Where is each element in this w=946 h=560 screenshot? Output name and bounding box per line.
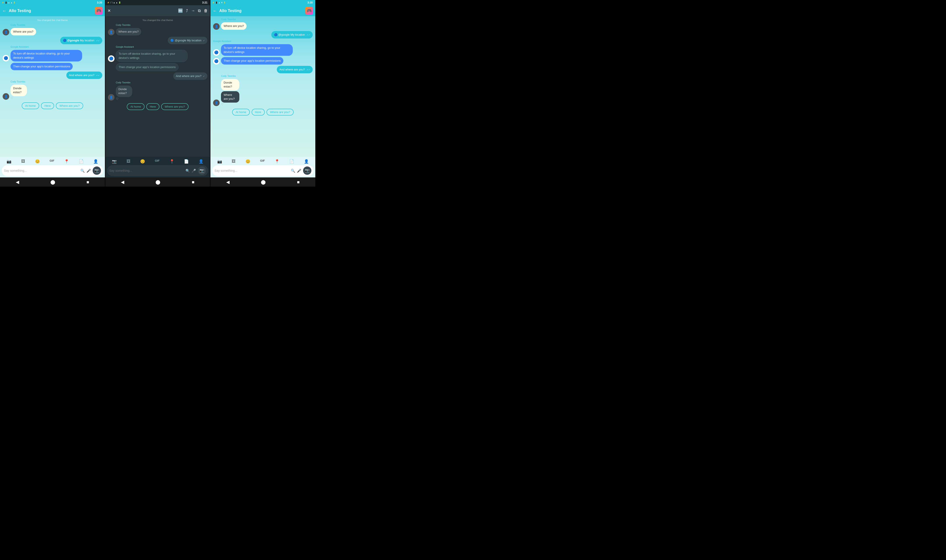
image-icon-3[interactable]: 🖼 — [231, 159, 236, 164]
location-icon-3[interactable]: 📍 — [275, 159, 279, 164]
send-button-2[interactable]: 📷 — [198, 166, 206, 175]
camera-icon-1[interactable]: 📷 — [6, 159, 11, 164]
input-icons-2: 📷 🖼 😊 GIF 📍 📄 👤 — [107, 158, 208, 165]
image-icon-2[interactable]: 🖼 — [127, 159, 131, 164]
bubble-sent-2: And where are you? ✓✓ — [66, 72, 102, 79]
sender-cody-p3-2: Cody Toombs — [221, 75, 313, 77]
nav-back-2[interactable]: ◀ — [121, 179, 124, 185]
msg-row-sent-2: And where are you? ✓✓ — [3, 72, 102, 79]
vibrate-icon-2: 📳 — [110, 2, 113, 4]
mic-icon-2[interactable]: 🎤 — [191, 169, 196, 173]
contact-icon-3[interactable]: 👤 — [304, 159, 309, 164]
mic-icon-3[interactable]: 🎤 — [297, 169, 301, 173]
text-input-3[interactable] — [215, 169, 289, 172]
gif-icon-1[interactable]: GIF — [49, 159, 54, 164]
chip-here-3[interactable]: Here — [252, 109, 265, 115]
nav-back-1[interactable]: ◀ — [16, 179, 19, 185]
share-icon-2[interactable]: ⤴ — [186, 9, 188, 13]
delete-icon-2[interactable]: 🗑 — [204, 9, 208, 13]
emoji-search-icon-1[interactable]: 🔍 — [80, 169, 85, 173]
file-icon-1[interactable]: 📄 — [79, 159, 84, 164]
translate-icon-2[interactable]: 🔤 — [178, 8, 183, 13]
file-icon-2[interactable]: 📄 — [184, 159, 189, 164]
bubble-ga-p3-2: Then change your app's location permissi… — [221, 57, 283, 65]
nav-recent-3[interactable]: ■ — [297, 180, 299, 185]
text-input-1[interactable] — [4, 169, 79, 172]
back-button-1[interactable]: ← — [2, 8, 6, 13]
chip-where-2[interactable]: Where are you? — [161, 103, 188, 110]
forward-icon-2[interactable]: → — [191, 9, 195, 13]
system-message-2: You changed the chat theme — [108, 19, 208, 22]
msg-row-p3-1: 👤 Where are you? — [213, 22, 313, 30]
chip-here-2[interactable]: Here — [146, 103, 159, 110]
checkmark-icon: ✓✓ — [96, 39, 100, 42]
bubble-sent-d2: And where are you? ✓ — [173, 72, 207, 80]
bubble-sent-d1: 🔵 @google My location ✓ — [168, 37, 207, 44]
battery-icon: 🔋 — [13, 2, 15, 4]
bubble-received-p3-1: Where are you? — [221, 22, 247, 30]
vibrate-icon-3: 📳 — [215, 2, 218, 4]
msg-row-sent-1: 🔵 @google My location ✓✓ — [3, 37, 102, 44]
input-row-2: 🔍 🎤 📷 — [107, 165, 208, 176]
status-icons-3: ⚡ 📳 ▲ ✕ 🔋 — [212, 2, 226, 4]
nav-recent-1[interactable]: ■ — [86, 180, 89, 185]
contact-icon-1[interactable]: 👤 — [93, 159, 98, 164]
gif-icon-2[interactable]: GIF — [155, 159, 160, 164]
send-button-3[interactable]: 📷 — [303, 166, 312, 175]
camera-icon-3[interactable]: 📷 — [217, 159, 222, 164]
mic-icon-1[interactable]: 🎤 — [86, 169, 91, 173]
file-icon-3[interactable]: 📄 — [289, 159, 294, 164]
phone-panel-3: ⚡ 📳 ▲ ✕ 🔋 3:20 ← Allo Testing 🎮 Cody Too… — [210, 0, 315, 186]
msg-row-sent-d1: 🔵 @google My location ✓ — [108, 37, 208, 44]
vibrate-icon: 📳 — [5, 2, 7, 4]
chip-at-home-3[interactable]: At home — [232, 109, 250, 115]
nav-home-2[interactable]: ⬤ — [156, 179, 160, 185]
nav-recent-2[interactable]: ■ — [192, 180, 194, 185]
chip-here-1[interactable]: Here — [41, 102, 54, 109]
status-icons-2: ⚡ 📳 ▲ ▲ 🔋 — [107, 2, 121, 4]
copy-icon-2[interactable]: ⧉ — [198, 9, 201, 13]
ga-icon-1: 🔵 — [3, 55, 9, 62]
chip-where-1[interactable]: Where are you? — [56, 102, 83, 109]
heart-icon-d[interactable]: ♡ — [116, 97, 139, 101]
camera-icon-2[interactable]: 📷 — [112, 159, 117, 164]
bottom-nav-2: ◀ ⬤ ■ — [105, 177, 210, 186]
bluetooth-icon: ⚡ — [2, 2, 4, 4]
send-button-1[interactable]: 📷 — [93, 166, 101, 175]
gif-icon-3[interactable]: GIF — [260, 159, 265, 164]
bubble-received: Where are you? — [11, 28, 36, 35]
bubble-sent-p3-1: 🔵 @google My location ✓✓ — [271, 31, 313, 38]
emoji-icon-3[interactable]: 😊 — [245, 159, 250, 164]
image-icon-1[interactable]: 🖼 — [21, 159, 25, 164]
location-icon-2[interactable]: 📍 — [170, 159, 174, 164]
bottom-nav-3: ◀ ⬤ ■ — [210, 177, 315, 186]
google-at-p3: @google My location — [278, 33, 305, 36]
back-button-3[interactable]: ← — [213, 8, 217, 13]
input-bar-2: 📷 🖼 😊 GIF 📍 📄 👤 🔍 🎤 📷 — [105, 157, 210, 177]
emoji-icon-2[interactable]: 😊 — [140, 159, 145, 164]
heart-icon-1[interactable]: ♡ — [11, 96, 33, 100]
ga-label-d1: Google Assistant — [116, 46, 208, 48]
bubble-col: Donde estas? ♡ — [11, 85, 33, 100]
sender-name: Cody Toombs — [11, 24, 102, 26]
bluetooth-icon-2: ⚡ — [107, 2, 110, 4]
chip-where-3[interactable]: Where are you? — [267, 109, 294, 115]
chat-header-3: ← Allo Testing 🎮 — [210, 5, 315, 16]
chip-at-home-2[interactable]: At home — [127, 103, 144, 110]
bubble-ga-d2: Then change your app's location permissi… — [116, 63, 179, 71]
nav-back-3[interactable]: ◀ — [226, 179, 230, 185]
emoji-icon-1[interactable]: 😊 — [35, 159, 40, 164]
heart-icon-p3[interactable]: ♡ — [221, 103, 247, 106]
quick-replies-1: At home Here Where are you? — [3, 101, 102, 111]
chip-at-home-1[interactable]: At home — [22, 102, 39, 109]
status-time-1: 3:20 — [97, 1, 102, 4]
nav-home-3[interactable]: ⬤ — [261, 179, 265, 185]
location-icon-1[interactable]: 📍 — [64, 159, 69, 164]
text-input-2[interactable] — [109, 169, 184, 172]
contact-icon-2[interactable]: 👤 — [199, 159, 204, 164]
msg-row-ga-p3-1: 🔵 To turn off device location sharing, g… — [213, 44, 313, 55]
nav-home-1[interactable]: ⬤ — [50, 179, 55, 185]
emoji-search-icon-3[interactable]: 🔍 — [291, 169, 295, 173]
close-button-2[interactable]: ✕ — [108, 8, 111, 13]
emoji-search-icon-2[interactable]: 🔍 — [185, 169, 190, 173]
